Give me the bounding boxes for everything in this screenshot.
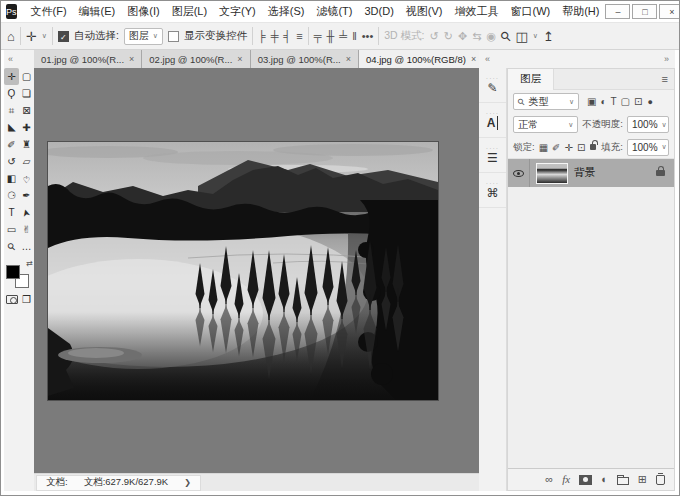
maximize-button[interactable]: □ bbox=[632, 4, 657, 19]
menu-plugins[interactable]: 增效工具 bbox=[448, 1, 504, 22]
screen-mode-button[interactable]: ❐ bbox=[19, 291, 34, 308]
menu-view[interactable]: 视图(V) bbox=[400, 1, 449, 22]
rectangle-tool[interactable]: ▭ bbox=[4, 221, 19, 238]
align-right-edges-icon[interactable]: ╡ bbox=[284, 30, 292, 42]
edit-toolbar-button[interactable]: … bbox=[19, 238, 34, 255]
chevron-down-icon[interactable]: ∨ bbox=[42, 32, 47, 40]
align-bottom-edges-icon[interactable]: ╧ bbox=[339, 30, 347, 42]
lock-transparency-icon[interactable]: ▦ bbox=[539, 142, 548, 153]
new-group-icon[interactable] bbox=[617, 477, 629, 485]
menu-image[interactable]: 图像(I) bbox=[121, 1, 165, 22]
distribute-icon[interactable]: ‖ bbox=[352, 30, 357, 42]
align-vertical-centers-icon[interactable]: ╫ bbox=[327, 30, 335, 42]
more-align-options-icon[interactable]: ••• bbox=[362, 30, 374, 42]
link-layers-icon[interactable]: ∞ bbox=[545, 474, 553, 485]
dock-collapse-icon[interactable]: » bbox=[664, 54, 669, 64]
eyedropper-tool[interactable]: ◥ bbox=[4, 119, 19, 136]
properties-panel-button[interactable]: ☰ bbox=[479, 138, 506, 173]
align-horizontal-centers-icon[interactable]: ╪ bbox=[271, 30, 279, 42]
close-icon[interactable]: × bbox=[129, 54, 134, 64]
hand-tool[interactable]: ✌ bbox=[19, 221, 34, 238]
3d-pan-icon[interactable]: ✥ bbox=[458, 30, 467, 43]
3d-roll-icon[interactable]: ↻ bbox=[444, 30, 453, 43]
filter-toggle-icon[interactable]: ● bbox=[647, 97, 652, 107]
align-edges-icon[interactable]: ≡ bbox=[296, 30, 302, 42]
swap-colors-icon[interactable]: ⇄ bbox=[26, 259, 33, 268]
dock-expand-icon[interactable]: « bbox=[485, 54, 490, 64]
crop-tool[interactable]: ⌗ bbox=[4, 102, 19, 119]
marquee-tool[interactable]: ▢ bbox=[19, 68, 34, 85]
healing-brush-tool[interactable]: ✚ bbox=[19, 119, 34, 136]
tab-04jpg[interactable]: 04.jpg @ 100%(RGB/8) × bbox=[359, 50, 479, 68]
tab-01jpg[interactable]: 01.jpg @ 100%(R... × bbox=[34, 50, 142, 68]
filter-adjustment-layers-icon[interactable]: ◐ bbox=[600, 96, 606, 107]
quick-mask-button[interactable] bbox=[4, 291, 19, 308]
layer-visibility-cell[interactable] bbox=[508, 159, 530, 187]
menu-help[interactable]: 帮助(H) bbox=[556, 1, 605, 22]
type-tool[interactable]: T bbox=[4, 204, 19, 221]
new-layer-icon[interactable]: ⊞ bbox=[638, 474, 647, 485]
menu-select[interactable]: 选择(S) bbox=[262, 1, 311, 22]
3d-zoom-icon[interactable]: ◉ bbox=[486, 30, 496, 43]
filter-shape-layers-icon[interactable]: ▢ bbox=[621, 96, 630, 107]
paths-panel-button[interactable]: ⌘ bbox=[479, 173, 506, 208]
pen-tool[interactable]: ✒ bbox=[19, 187, 34, 204]
menu-type[interactable]: 文字(Y) bbox=[213, 1, 262, 22]
menu-window[interactable]: 窗口(W) bbox=[504, 1, 556, 22]
auto-select-target-dropdown[interactable]: 图层 ∨ bbox=[124, 28, 163, 45]
filter-type-layers-icon[interactable]: T bbox=[611, 96, 617, 107]
3d-orbit-icon[interactable]: ↺ bbox=[430, 30, 439, 43]
lock-all-icon[interactable] bbox=[590, 144, 596, 150]
frame-tool[interactable]: ⊠ bbox=[19, 102, 34, 119]
lock-artboard-icon[interactable]: ⊡ bbox=[577, 142, 585, 153]
delete-layer-icon[interactable] bbox=[656, 475, 665, 485]
blend-mode-dropdown[interactable]: 正常 ∨ bbox=[513, 116, 578, 133]
opacity-dropdown[interactable]: 100% ∨ bbox=[627, 116, 669, 133]
menu-3d[interactable]: 3D(D) bbox=[358, 1, 399, 22]
tab-02jpg[interactable]: 02.jpg @ 100%(R... × bbox=[142, 50, 250, 68]
history-brush-tool[interactable]: ↺ bbox=[4, 153, 19, 170]
align-left-edges-icon[interactable]: ╞ bbox=[258, 30, 266, 42]
share-icon[interactable]: ↥ bbox=[543, 30, 554, 43]
filter-pixel-layers-icon[interactable]: ▣ bbox=[587, 96, 596, 107]
workspace-switcher-icon[interactable]: ◫ bbox=[516, 30, 528, 43]
fill-dropdown[interactable]: 100% ∨ bbox=[627, 139, 669, 156]
clone-stamp-tool[interactable]: ♜ bbox=[19, 136, 34, 153]
adjustment-layer-icon[interactable]: ◐ bbox=[601, 474, 608, 485]
close-icon[interactable]: × bbox=[471, 54, 476, 64]
gradient-tool[interactable]: ◧ bbox=[4, 170, 19, 187]
dodge-tool[interactable]: ⚆ bbox=[4, 187, 19, 204]
layer-row-background[interactable]: 背景 bbox=[508, 159, 674, 187]
tab-03jpg[interactable]: 03.jpg @ 100%(R... × bbox=[251, 50, 359, 68]
brush-tool[interactable]: ✐ bbox=[4, 136, 19, 153]
layer-effects-icon[interactable]: fx bbox=[562, 474, 570, 485]
chevron-down-icon[interactable]: ∨ bbox=[533, 32, 538, 40]
tools-collapse-icon[interactable]: « bbox=[4, 50, 34, 68]
show-transform-checkbox[interactable] bbox=[168, 31, 179, 42]
menu-edit[interactable]: 编辑(E) bbox=[73, 1, 122, 22]
move-tool[interactable]: ✛ bbox=[4, 68, 19, 85]
filter-type-dropdown[interactable]: ⚲ 类型 ∨ bbox=[513, 93, 579, 110]
canvas-photo[interactable] bbox=[48, 142, 438, 400]
add-layer-mask-icon[interactable] bbox=[579, 475, 592, 485]
minimize-button[interactable]: – bbox=[605, 4, 630, 19]
chevron-right-icon[interactable]: ❯ bbox=[184, 478, 191, 487]
eraser-tool[interactable]: ▱ bbox=[19, 153, 34, 170]
lasso-tool[interactable]: Ϙ bbox=[4, 85, 19, 102]
menu-filter[interactable]: 滤镜(T) bbox=[310, 1, 358, 22]
panel-menu-icon[interactable]: ≡ bbox=[662, 73, 668, 85]
foreground-color-swatch[interactable] bbox=[6, 265, 20, 279]
home-icon[interactable]: ⌂ bbox=[7, 30, 15, 43]
move-tool-preset-icon[interactable]: ✛ bbox=[26, 30, 37, 43]
lock-paint-icon[interactable]: ✐ bbox=[552, 142, 560, 153]
brush-settings-panel-button[interactable]: ✎ bbox=[479, 68, 506, 103]
close-icon[interactable]: × bbox=[237, 54, 242, 64]
menu-layer[interactable]: 图层(L) bbox=[166, 1, 213, 22]
object-selection-tool[interactable]: ❏ bbox=[19, 85, 34, 102]
align-top-edges-icon[interactable]: ╤ bbox=[314, 30, 322, 42]
blur-tool[interactable]: ♤ bbox=[19, 170, 34, 187]
tab-layers[interactable]: 图层 bbox=[508, 69, 554, 90]
auto-select-checkbox[interactable] bbox=[58, 31, 69, 42]
menu-file[interactable]: 文件(F) bbox=[25, 1, 73, 22]
filter-smart-objects-icon[interactable]: ⊡ bbox=[634, 96, 642, 107]
